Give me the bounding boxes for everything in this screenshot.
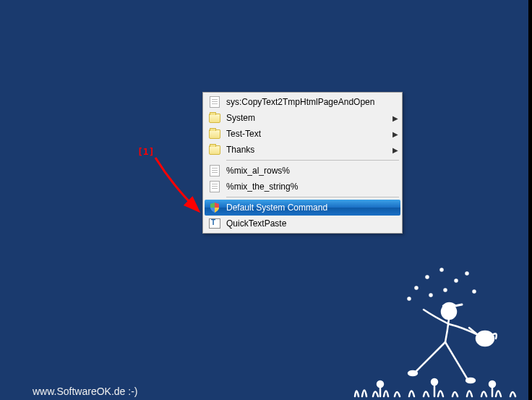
submenu-arrow-icon: ▶ <box>392 146 399 154</box>
menu-item-mix-string[interactable]: %mix_the_string% <box>205 179 400 195</box>
menu-item-copytext[interactable]: sys:CopyText2TmpHtmlPageAndOpen <box>205 94 400 110</box>
menu-separator <box>226 160 399 161</box>
svg-point-5 <box>466 273 468 275</box>
svg-point-1 <box>441 269 443 271</box>
svg-point-2 <box>455 280 458 282</box>
svg-point-12 <box>466 378 475 383</box>
watermark: www.SoftwareOK.de :-) <box>33 386 138 397</box>
menu-item-mix-rows[interactable]: %mix_al_rows% <box>205 163 400 179</box>
svg-point-8 <box>430 294 432 297</box>
menu-item-label: System <box>226 113 392 123</box>
svg-point-13 <box>377 381 383 387</box>
menu-separator <box>226 197 399 197</box>
submenu-arrow-icon: ▶ <box>392 130 399 138</box>
svg-point-3 <box>416 287 418 289</box>
svg-point-6 <box>408 298 411 300</box>
svg-point-15 <box>489 381 495 387</box>
svg-point-4 <box>445 289 447 292</box>
menu-item-label: sys:CopyText2TmpHtmlPageAndOpen <box>226 97 399 107</box>
menu-item-label: Default System Command <box>226 203 399 213</box>
menu-item-default-system-command[interactable]: Default System Command <box>205 200 400 216</box>
menu-item-thanks[interactable]: Thanks ▶ <box>205 142 400 158</box>
folder-icon <box>206 142 223 157</box>
menu-item-label: %mix_the_string% <box>226 182 399 192</box>
menu-item-testtext[interactable]: Test-Text ▶ <box>205 126 400 142</box>
menu-item-label: %mix_al_rows% <box>226 166 399 176</box>
menu-item-label: Thanks <box>226 145 392 155</box>
folder-icon <box>206 127 223 141</box>
folder-icon <box>206 111 223 125</box>
text-file-icon <box>206 179 223 194</box>
menu-item-quicktextpaste[interactable]: QuickTextPaste <box>205 216 400 231</box>
decorative-doodle-icon <box>340 255 528 400</box>
svg-point-9 <box>442 305 456 319</box>
submenu-arrow-icon: ▶ <box>392 114 399 122</box>
text-file-icon <box>206 95 223 109</box>
menu-item-label: QuickTextPaste <box>226 218 399 229</box>
svg-point-7 <box>473 291 476 293</box>
svg-point-10 <box>476 331 494 346</box>
shield-icon <box>206 200 223 215</box>
menu-item-system[interactable]: System ▶ <box>205 110 400 126</box>
app-icon <box>206 216 223 231</box>
svg-point-11 <box>408 371 417 375</box>
annotation-label: [1] <box>137 146 154 157</box>
svg-point-0 <box>426 276 429 278</box>
svg-point-14 <box>432 379 437 385</box>
menu-item-label: Test-Text <box>226 129 392 139</box>
text-file-icon <box>206 163 223 178</box>
context-menu: sys:CopyText2TmpHtmlPageAndOpen System ▶… <box>202 92 403 234</box>
